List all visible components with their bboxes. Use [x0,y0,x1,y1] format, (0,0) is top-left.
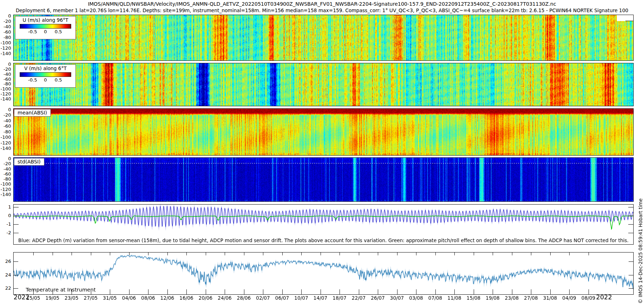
colorbar-tick-label: 0 [44,29,47,34]
depth-tick-label: -60 [4,29,11,35]
date-label: 19/05 [45,295,59,301]
u-colorbar-legend: U (m/s) along 96°T -0.5 0 0.5 [15,16,76,39]
figure-root: IMOS/ANMN/QLD/NWSBAR/Velocity/IMOS_ANMN-… [0,0,644,304]
figure-title: IMOS/ANMN/QLD/NWSBAR/Velocity/IMOS_ANMN-… [0,1,644,7]
v-colorbar-ticks: -0.5 0 0.5 [20,77,71,82]
depth-tick-label: -80 [4,35,11,40]
depth-tick-label: -100 [0,181,11,187]
depth-tick-label: 0 [8,156,11,161]
watermark-timestamp: © IMOS 14-Dec-2025 08:59:41 Hobart time [638,198,643,304]
date-label: 26/07 [371,295,385,301]
date-label: 16/06 [180,295,194,301]
depth-tick-label: -140 [0,51,11,56]
depth-tick-label: -100 [0,86,11,92]
date-label: 04/09 [562,295,576,301]
date-label: 04/06 [122,295,136,301]
depth-tick-label: -80 [4,81,11,87]
date-label: 23/05 [65,295,79,301]
date-label: 24/06 [218,295,232,301]
depth-tick-label: -120 [0,91,11,97]
depth-variation-tick-label: 1 [8,204,11,210]
mean-absi-heatmap [14,109,633,155]
date-label: 14/07 [313,295,327,301]
panel-mean-absi: mean(ABSI) [13,108,634,156]
depth-tick-label: -120 [0,186,11,192]
depth-tick-label: -40 [4,118,11,123]
colorbar-tick-label: 0.5 [55,29,62,34]
temperature-label: Temperature at Instrument [26,287,96,293]
date-label: 11/08 [448,295,462,301]
colorbar-tick-label: 0 [44,77,47,83]
date-label: 02/07 [256,295,270,301]
date-label: 07/08 [428,295,442,301]
depth-tick-label: -20 [4,66,11,72]
depth-tick-label: -140 [0,146,11,151]
depth-tick-label: -80 [4,176,11,182]
u-velocity-heatmap [14,15,633,60]
mean-absi-depth-axis: 0-20-40-60-80-100-120-140 [0,108,13,155]
depth-tick-label: -60 [4,171,11,176]
date-label: 27/08 [524,295,538,301]
depth-tick-label: -40 [4,24,11,29]
date-label: 15/08 [467,295,480,301]
x-axis-labels: 2022 2022 15/0519/0523/0527/0531/0504/06… [0,294,644,303]
depth-tick-label: -100 [0,134,11,140]
temperature-tick-label: 26 [5,259,11,264]
depth-tick-label: -20 [4,112,11,118]
depth-tick-label: -20 [4,161,11,166]
u-colorbar-gradient [20,24,71,29]
u-colorbar-ticks: -0.5 0 0.5 [20,29,71,34]
date-label: 10/07 [294,295,308,301]
temperature-tick-label: 22 [5,285,11,291]
date-label: 28/06 [237,295,251,301]
date-label: 22/07 [352,295,366,301]
year-label-right: 2022 [596,294,612,301]
depth-tick-label: -100 [0,40,11,45]
temperature-axis: 262422 [0,252,13,294]
depth-tick-label: -40 [4,166,11,171]
depth-tick-label: 0 [8,62,11,67]
v-velocity-heatmap [14,63,633,106]
depth-variation-caption: Blue: ADCP Depth (m) variation from sens… [18,237,629,243]
colorbar-tick-label: -0.5 [28,29,37,34]
temperature-plot [14,252,633,294]
u-legend-title: U (m/s) along 96°T [17,17,74,23]
colorbar-tick-label: -0.5 [28,77,37,83]
temperature-tick-label: 24 [5,272,11,278]
u-depth-axis: 0-20-40-60-80-100-120-140 [0,15,13,60]
date-label: 12/06 [160,295,174,301]
depth-tick-label: -20 [4,19,11,24]
depth-tick-label: -60 [4,123,11,129]
date-label: 18/07 [333,295,347,301]
depth-tick-label: 0 [8,13,11,19]
colorbar-tick-label: 0.5 [55,77,62,83]
depth-tick-label: -80 [4,129,11,134]
depth-tick-label: -120 [0,45,11,51]
std-absi-heatmap [14,158,633,201]
v-depth-axis: 0-20-40-60-80-100-120-140 [0,63,13,106]
panel-temperature: Temperature at Instrument [13,252,634,295]
date-label: 03/08 [409,295,423,301]
v-legend-title: V (m/s) along 6°T [17,65,74,71]
date-label: 27/05 [84,295,98,301]
depth-variation-tick-label: -2 [6,230,11,235]
depth-variation-tick-label: 0 [8,213,11,218]
v-colorbar-gradient [20,72,71,77]
depth-variation-tick-label: -1 [6,221,11,227]
std-absi-label-box: std(ABSI) [14,158,44,166]
date-label: 08/09 [581,295,595,301]
date-label: 15/05 [26,295,40,301]
std-absi-depth-axis: 0-20-40-60-80-100-120-140 [0,157,13,201]
panel-v-velocity: V (m/s) along 6°T -0.5 0 0.5 [13,63,634,106]
date-label: 30/07 [390,295,404,301]
panel-depth-variation: Blue: ADCP Depth (m) variation from sens… [13,204,634,245]
panel-u-velocity: U (m/s) along 96°T -0.5 0 0.5 [13,15,634,61]
depth-tick-label: -60 [4,76,11,82]
date-label: 31/08 [543,295,557,301]
v-colorbar-legend: V (m/s) along 6°T -0.5 0 0.5 [15,64,76,88]
date-label: 19/08 [486,295,500,301]
figure-subtitle: Deployment 6, member 1 lat=20.76S lon=11… [0,8,644,13]
depth-tick-label: -120 [0,140,11,145]
depth-variation-axis: 10-1-2 [0,204,13,244]
date-label: 08/06 [141,295,155,301]
